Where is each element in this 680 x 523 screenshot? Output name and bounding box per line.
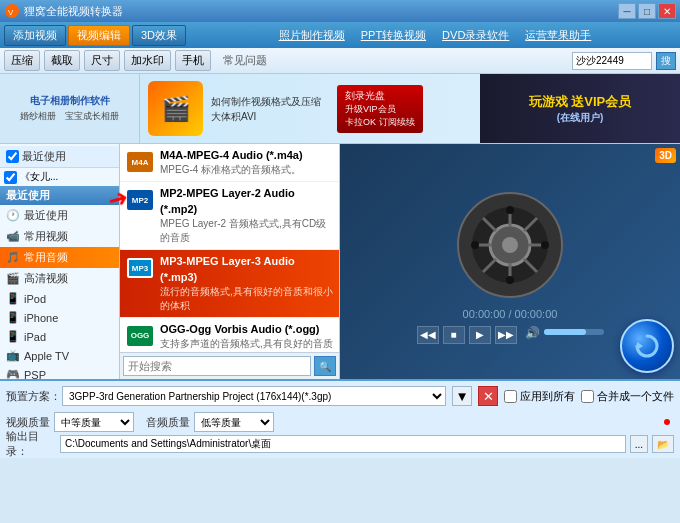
open-folder-button[interactable]: 📂 xyxy=(652,435,674,453)
iphone-icon: 📱 xyxy=(6,311,20,324)
sidebar-ipod-label: iPod xyxy=(24,293,46,305)
file-label: 《女儿... xyxy=(20,170,58,184)
format-item-m4a[interactable]: M4A M4A-MPEG-4 Audio (*.m4a) MPEG-4 标准格式… xyxy=(120,144,339,182)
ppt-convert-link[interactable]: PPT转换视频 xyxy=(361,28,426,43)
quality-row: 视频质量 中等质量 音频质量 低等质量 xyxy=(6,411,674,433)
mp3-text: MP3-MPEG Layer-3 Audio (*.mp3) 流行的音频格式,具… xyxy=(160,254,333,313)
apply-all-checkbox[interactable] xyxy=(504,390,517,403)
merge-file-checkbox[interactable] xyxy=(581,390,594,403)
m4a-text: M4A-MPEG-4 Audio (*.m4a) MPEG-4 标准格式的音频格… xyxy=(160,148,303,177)
browse-button[interactable]: ... xyxy=(630,435,648,453)
search-input[interactable] xyxy=(572,52,652,70)
sidebar-recent-label: 最近使用 xyxy=(24,208,68,223)
play-button[interactable]: ▶ xyxy=(469,326,491,344)
cut-button[interactable]: 截取 xyxy=(44,50,80,71)
toolbar: 压缩 截取 尺寸 加水印 手机 常见问题 搜 xyxy=(0,48,680,74)
dvd-record-ad[interactable]: 刻录光盘 升级VIP会员 卡拉OK 订阅续续 xyxy=(337,85,423,133)
sidebar-header: 最近使用 xyxy=(0,146,119,168)
film-reel-svg xyxy=(455,190,565,300)
sidebar-psp-label: PSP xyxy=(24,369,46,380)
svg-point-17 xyxy=(541,241,549,249)
sidebar-item-psp[interactable]: 🎮 PSP xyxy=(0,365,119,379)
svg-marker-18 xyxy=(637,342,643,350)
record-indicator xyxy=(664,419,670,425)
sidebar-item-ipod[interactable]: 📱 iPod xyxy=(0,289,119,308)
search-button[interactable]: 搜 xyxy=(656,52,676,70)
format-panel: M4A M4A-MPEG-4 Audio (*.m4a) MPEG-4 标准格式… xyxy=(120,144,340,379)
audio-quality-select[interactable]: 低等质量 xyxy=(194,412,274,432)
bottom-area: 预置方案： 3GPP-3rd Generation Partnership Pr… xyxy=(0,379,680,458)
output-label: 输出目录： xyxy=(6,429,56,459)
time-display: 00:00:00 / 00:00:00 xyxy=(463,308,558,320)
select-all-checkbox[interactable] xyxy=(6,150,19,163)
effect-3d-menu[interactable]: 3D效果 xyxy=(132,25,186,46)
watermark-button[interactable]: 加水印 xyxy=(124,50,171,71)
sidebar-appletv-label: Apple TV xyxy=(24,350,69,362)
prev-button[interactable]: ◀◀ xyxy=(417,326,439,344)
preset-clear-button[interactable]: ✕ xyxy=(478,386,498,406)
dvd-record-link[interactable]: DVD录录软件 xyxy=(442,28,509,43)
format-item-ogg[interactable]: OGG OGG-Ogg Vorbis Audio (*.ogg) 支持多声道的音… xyxy=(120,318,339,352)
video-quality-select[interactable]: 中等质量 xyxy=(54,412,134,432)
convert-button[interactable] xyxy=(620,319,674,373)
compress-button[interactable]: 压缩 xyxy=(4,50,40,71)
format-item-mp2[interactable]: MP2 MP2-MPEG Layer-2 Audio (*.mp2) MPEG … xyxy=(120,182,339,250)
recent-icon: 🕐 xyxy=(6,209,20,222)
format-list: M4A M4A-MPEG-4 Audio (*.m4a) MPEG-4 标准格式… xyxy=(120,144,339,352)
sidebar-ipad-label: iPad xyxy=(24,331,46,343)
format-search-bar: 🔍 xyxy=(120,352,339,379)
resize-button[interactable]: 尺寸 xyxy=(84,50,120,71)
sidebar-item-common-audio[interactable]: 🎵 常用音频 xyxy=(0,247,119,268)
sidebar: 最近使用 《女儿... 最近使用 🕐 最近使用 📹 常用视频 🎵 常用音频 🎬 … xyxy=(0,144,120,379)
output-path-input[interactable] xyxy=(60,435,626,453)
next-button[interactable]: ▶▶ xyxy=(495,326,517,344)
preset-select[interactable]: 3GPP-3rd Generation Partnership Project … xyxy=(62,386,446,406)
merge-file-label[interactable]: 合并成一个文件 xyxy=(581,389,674,404)
volume-slider[interactable] xyxy=(544,329,604,335)
apply-all-label[interactable]: 应用到所有 xyxy=(504,389,575,404)
format-item-mp3[interactable]: MP3 MP3-MPEG Layer-3 Audio (*.mp3) 流行的音频… xyxy=(120,250,339,318)
sidebar-item-iphone[interactable]: 📱 iPhone xyxy=(0,308,119,327)
svg-point-5 xyxy=(502,237,518,253)
format-search-input[interactable] xyxy=(123,356,311,376)
sidebar-item-hd[interactable]: 🎬 高清视频 xyxy=(0,268,119,289)
video-edit-menu[interactable]: 视频编辑 xyxy=(68,25,130,46)
photo-video-link[interactable]: 照片制作视频 xyxy=(279,28,345,43)
appletv-icon: 📺 xyxy=(6,349,20,362)
minimize-button[interactable]: ─ xyxy=(618,3,636,19)
mp2-text: MP2-MPEG Layer-2 Audio (*.mp2) MPEG Laye… xyxy=(160,186,333,245)
maximize-button[interactable]: □ xyxy=(638,3,656,19)
close-button[interactable]: ✕ xyxy=(658,3,676,19)
preset-dropdown-button[interactable]: ▼ xyxy=(452,386,472,406)
banner-right[interactable]: 玩游戏 送VIP会员 (在线用户) xyxy=(480,74,680,143)
sidebar-name-label: 最近使用 xyxy=(22,149,66,164)
recent-section: 最近使用 xyxy=(0,186,119,205)
svg-point-14 xyxy=(506,206,514,214)
sidebar-common-audio-label: 常用音频 xyxy=(24,250,68,265)
banner-left-title: 电子相册制作软件 xyxy=(30,94,110,108)
stop-button[interactable]: ■ xyxy=(443,326,465,344)
window-controls: ─ □ ✕ xyxy=(618,3,676,19)
banner-middle: 🎬 如何制作视频格式及压缩 大体积AVI 刻录光盘 升级VIP会员 卡拉OK 订… xyxy=(140,74,480,143)
video-quality-label: 视频质量 xyxy=(6,415,50,430)
sidebar-file-item[interactable]: 《女儿... xyxy=(0,168,119,186)
file-checkbox[interactable] xyxy=(4,171,17,184)
sidebar-item-common-video[interactable]: 📹 常用视频 xyxy=(0,226,119,247)
mp2-icon: MP2 xyxy=(126,186,154,214)
format-search-button[interactable]: 🔍 xyxy=(314,356,336,376)
sidebar-item-ipad[interactable]: 📱 iPad xyxy=(0,327,119,346)
sidebar-item-recent[interactable]: 🕐 最近使用 xyxy=(0,205,119,226)
recent-label: 最近使用 xyxy=(6,189,50,201)
common-video-icon: 📹 xyxy=(6,230,20,243)
sidebar-item-appletv[interactable]: 📺 Apple TV xyxy=(0,346,119,365)
psp-icon: 🎮 xyxy=(6,368,20,379)
faq-label: 常见问题 xyxy=(223,53,267,68)
player-controls: ◀◀ ■ ▶ ▶▶ 🔊 xyxy=(417,326,604,344)
volume-fill xyxy=(544,329,586,335)
banner-area: 电子相册制作软件 婚纱相册 宝宝成长相册 🎬 如何制作视频格式及压缩 大体积AV… xyxy=(0,74,680,144)
add-video-menu[interactable]: 添加视频 xyxy=(4,25,66,46)
m4a-icon: M4A xyxy=(126,148,154,176)
apple-tool-link[interactable]: 运营苹果助手 xyxy=(525,28,591,43)
banner-icon: 🎬 xyxy=(148,81,203,136)
phone-button[interactable]: 手机 xyxy=(175,50,211,71)
